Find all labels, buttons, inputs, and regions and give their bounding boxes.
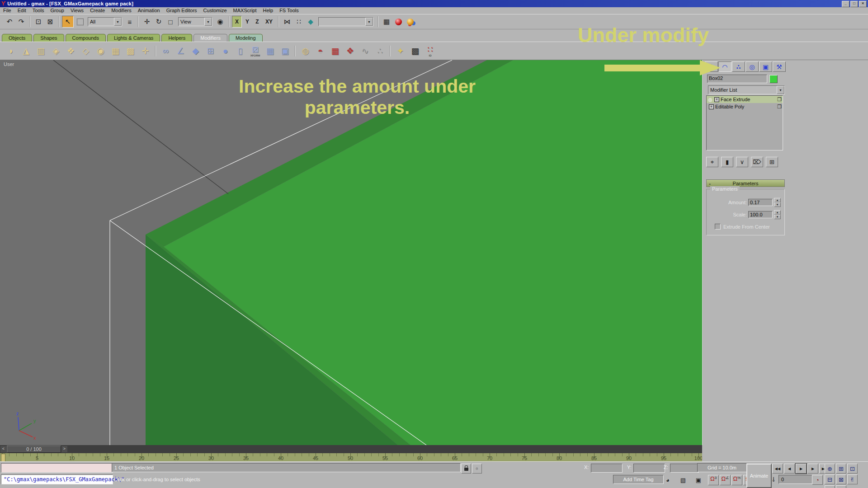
wire-sphere-icon[interactable]: ◍ bbox=[298, 44, 313, 58]
motion-tab[interactable]: ◎ bbox=[745, 61, 759, 72]
menu-item[interactable]: MAXScript bbox=[230, 7, 260, 14]
geo-sphere-icon[interactable]: ◓ bbox=[313, 44, 328, 58]
show-end-result-button[interactable]: ▮ bbox=[721, 157, 733, 167]
viewport-label[interactable]: User bbox=[4, 61, 14, 67]
menu-item[interactable]: Modifiers bbox=[108, 7, 135, 14]
render-icon[interactable] bbox=[405, 16, 415, 27]
selection-lock-button[interactable] bbox=[461, 464, 471, 474]
spin-up-icon[interactable]: ▴ bbox=[774, 198, 781, 202]
selection-set-icon[interactable]: ◆ bbox=[305, 16, 316, 27]
close-button[interactable]: ✕ bbox=[859, 1, 867, 7]
expand-icon[interactable]: + bbox=[709, 104, 714, 109]
modifier-list-dropdown[interactable]: Modifier List ▼ bbox=[708, 85, 785, 94]
amount-field[interactable]: 0.17 bbox=[748, 199, 773, 206]
scale-spinner[interactable]: ▴ ▾ bbox=[774, 210, 781, 219]
dropdown-arrow-icon[interactable]: ▼ bbox=[365, 18, 373, 26]
menu-item[interactable]: Tools bbox=[29, 7, 47, 14]
x-coordinate-field[interactable] bbox=[591, 464, 623, 473]
percent-snap-button[interactable]: Ω% bbox=[731, 475, 742, 485]
taper-modifier-icon[interactable]: ◮ bbox=[19, 44, 33, 58]
scale-field[interactable]: 100.0 bbox=[748, 211, 773, 218]
object-name-field[interactable]: Box02 bbox=[707, 75, 767, 83]
bulb-icon[interactable]: ◍ bbox=[708, 97, 713, 103]
lattice-modifier-icon[interactable]: ❖ bbox=[63, 44, 78, 58]
align-icon[interactable]: ∷ bbox=[293, 16, 304, 27]
extrude-from-center-checkbox[interactable] bbox=[715, 224, 721, 230]
modifier-stack-row[interactable]: + Editable Poly ❒ bbox=[707, 103, 783, 110]
ffd-lattice-icon[interactable]: ▦ bbox=[263, 44, 278, 58]
pan-button[interactable]: ✌ bbox=[847, 474, 858, 484]
menu-item[interactable]: File bbox=[0, 7, 14, 14]
toolbar-tab[interactable]: Modifiers bbox=[193, 34, 227, 42]
absolute-offset-toggle[interactable]: ○ bbox=[472, 464, 482, 474]
spin-down-icon[interactable]: ▾ bbox=[774, 202, 781, 207]
track-bar[interactable]: 5101520253035404550556065707580859095100 bbox=[0, 453, 702, 462]
restrict-x-button[interactable]: X bbox=[232, 16, 242, 28]
redo-icon[interactable]: ↷ bbox=[16, 16, 27, 27]
dots-spline-icon[interactable]: ∴ bbox=[373, 44, 387, 58]
select-by-name-icon[interactable]: ≡ bbox=[124, 16, 135, 27]
display-tab[interactable]: ▣ bbox=[759, 61, 772, 72]
unlink-selection-icon[interactable]: ⊠ bbox=[45, 16, 56, 27]
link-xform-icon[interactable]: ⊞ bbox=[203, 44, 218, 58]
undo-icon[interactable]: ↶ bbox=[4, 16, 15, 27]
maxscript-listener-input[interactable] bbox=[1, 463, 113, 473]
track-bar-caret[interactable] bbox=[1, 454, 5, 462]
go-to-start-button[interactable]: ◀◀ bbox=[772, 464, 783, 474]
bones-icon[interactable]: ∞ bbox=[158, 44, 173, 58]
snap-toggle-button[interactable]: Ω3 bbox=[708, 475, 719, 485]
ik-chain-icon[interactable]: ∠ bbox=[173, 44, 188, 58]
zoom-extents-all-button[interactable]: ⊟ bbox=[825, 474, 835, 484]
play-button[interactable]: ▶ bbox=[796, 464, 807, 474]
zoom-extents-button[interactable]: ⊡ bbox=[847, 464, 858, 474]
set-key-icon[interactable]: ⊸ bbox=[770, 477, 777, 482]
menu-item[interactable]: Edit bbox=[14, 7, 29, 14]
spherify-modifier-icon[interactable]: ◉ bbox=[93, 44, 108, 58]
restrict-y-button[interactable]: Y bbox=[243, 16, 252, 27]
toolbar-tab[interactable]: Compounds bbox=[66, 34, 106, 42]
previous-frame-button[interactable]: ◀ bbox=[784, 464, 795, 474]
diamond-grid-icon[interactable]: ❖ bbox=[343, 44, 358, 58]
zoom-button[interactable]: ⊕ bbox=[825, 464, 835, 474]
snap-cube-icon[interactable]: ▣ bbox=[693, 475, 703, 484]
noise-modifier-icon[interactable]: ◈ bbox=[48, 44, 63, 58]
twist-modifier-icon[interactable]: ▥ bbox=[33, 44, 48, 58]
degradation-override-icon[interactable]: ◕ bbox=[663, 475, 673, 484]
menu-item[interactable]: Graph Editors bbox=[163, 7, 200, 14]
current-frame-field[interactable]: 0 bbox=[778, 475, 815, 484]
selection-filter-dropdown[interactable]: All ▼ bbox=[88, 17, 122, 26]
next-frame-button[interactable]: ▶ bbox=[807, 464, 818, 474]
mirror-icon[interactable]: ⋈ bbox=[282, 16, 292, 27]
time-slider-track[interactable]: < 0 / 100 > bbox=[0, 445, 702, 454]
sphere-primitive-icon[interactable]: ● bbox=[218, 44, 233, 58]
add-time-tag[interactable]: Add Time Tag bbox=[613, 475, 664, 484]
time-slider-prev-button[interactable]: < bbox=[0, 446, 6, 452]
select-and-rotate-icon[interactable]: ↻ bbox=[153, 16, 164, 27]
menu-item[interactable]: Create bbox=[87, 7, 108, 14]
xform-gizmo-icon[interactable]: ✛ bbox=[138, 44, 153, 58]
dropdown-arrow-icon[interactable]: ▼ bbox=[777, 86, 784, 94]
minimize-button[interactable]: _ bbox=[842, 1, 849, 7]
y-coordinate-field[interactable] bbox=[633, 464, 665, 473]
toolbar-tab[interactable]: Objects bbox=[2, 34, 32, 42]
crystal-icon[interactable]: ◆ bbox=[188, 44, 203, 58]
crossing-selection-icon[interactable]: ▧ bbox=[678, 475, 688, 484]
remove-modifier-button[interactable]: ⌦ bbox=[751, 157, 763, 167]
select-and-move-icon[interactable]: ✛ bbox=[142, 16, 152, 27]
reference-coordinate-dropdown[interactable]: View ▼ bbox=[178, 17, 212, 26]
dropdown-arrow-icon[interactable]: ▼ bbox=[114, 18, 122, 26]
pin-stack-button[interactable]: ⌖ bbox=[706, 157, 718, 167]
ffd-cyl-modifier-icon[interactable]: ▩ bbox=[123, 44, 138, 58]
zoom-all-button[interactable]: ⊞ bbox=[836, 464, 846, 474]
plane-arrows-icon[interactable]: ✦ bbox=[393, 44, 408, 58]
modifier-stack-row[interactable]: ◍ + Face Extrude ❒ bbox=[707, 96, 783, 103]
z-coordinate-field[interactable] bbox=[670, 464, 699, 473]
track-view-icon[interactable]: ▦ bbox=[381, 16, 392, 27]
bend-modifier-icon[interactable]: ◗ bbox=[4, 44, 19, 58]
angle-snap-button[interactable]: Ω∠ bbox=[720, 475, 731, 485]
toolbar-tab[interactable]: Shapes bbox=[33, 34, 64, 42]
region-zoom-button[interactable]: ⊠ bbox=[836, 474, 846, 484]
xform-icon[interactable]: ⊠XFORM bbox=[248, 44, 263, 58]
material-id-icon[interactable]: ∷ID bbox=[423, 44, 438, 58]
make-unique-button[interactable]: ∨ bbox=[736, 157, 748, 167]
